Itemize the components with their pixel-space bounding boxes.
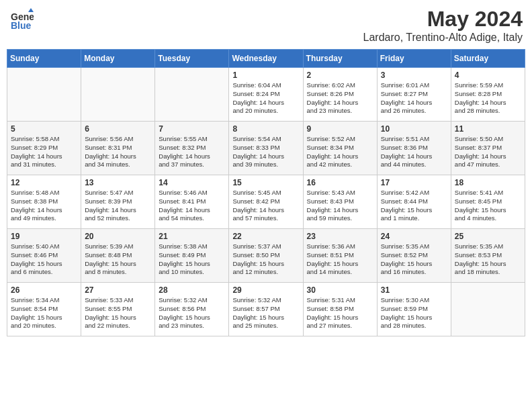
calendar-cell: 10Sunrise: 5:51 AM Sunset: 8:36 PM Dayli…	[377, 122, 451, 175]
calendar-cell: 6Sunrise: 5:56 AM Sunset: 8:31 PM Daylig…	[81, 122, 155, 175]
cell-content: Sunrise: 6:01 AM Sunset: 8:27 PM Dayligh…	[381, 81, 447, 116]
calendar-week-row: 12Sunrise: 5:48 AM Sunset: 8:38 PM Dayli…	[7, 175, 525, 229]
day-number: 8	[232, 124, 299, 134]
cell-content: Sunrise: 5:31 AM Sunset: 8:58 PM Dayligh…	[307, 296, 373, 330]
day-number: 22	[232, 232, 299, 241]
logo: General Blue	[9, 7, 35, 31]
day-number: 3	[381, 71, 447, 80]
day-number: 20	[85, 232, 151, 241]
day-number: 24	[381, 232, 447, 241]
day-number: 6	[85, 124, 151, 134]
day-number: 10	[381, 124, 447, 134]
cell-content: Sunrise: 5:47 AM Sunset: 8:39 PM Dayligh…	[85, 189, 151, 223]
cell-content: Sunrise: 5:45 AM Sunset: 8:42 PM Dayligh…	[232, 189, 299, 223]
cell-content: Sunrise: 5:32 AM Sunset: 8:57 PM Dayligh…	[232, 296, 299, 330]
cell-content: Sunrise: 5:58 AM Sunset: 8:29 PM Dayligh…	[11, 135, 77, 169]
cell-content: Sunrise: 6:02 AM Sunset: 8:26 PM Dayligh…	[307, 81, 373, 116]
day-number: 21	[159, 232, 225, 241]
cell-content: Sunrise: 5:52 AM Sunset: 8:34 PM Dayligh…	[307, 135, 373, 169]
calendar-cell: 8Sunrise: 5:54 AM Sunset: 8:33 PM Daylig…	[229, 122, 303, 175]
cell-content: Sunrise: 5:30 AM Sunset: 8:59 PM Dayligh…	[381, 296, 447, 330]
calendar-cell: 24Sunrise: 5:35 AM Sunset: 8:52 PM Dayli…	[377, 229, 451, 283]
day-number: 25	[455, 232, 521, 241]
title-block: May 2024 Lardaro, Trentino-Alto Adige, I…	[363, 7, 523, 44]
day-number: 29	[232, 285, 299, 295]
cell-content: Sunrise: 5:41 AM Sunset: 8:45 PM Dayligh…	[455, 189, 521, 223]
calendar-cell: 25Sunrise: 5:35 AM Sunset: 8:53 PM Dayli…	[451, 229, 525, 283]
day-number: 2	[307, 71, 373, 80]
page-header: General Blue May 2024 Lardaro, Trentino-…	[7, 7, 525, 44]
day-number: 15	[232, 178, 299, 187]
calendar-week-row: 5Sunrise: 5:58 AM Sunset: 8:29 PM Daylig…	[7, 122, 525, 175]
cell-content: Sunrise: 5:32 AM Sunset: 8:56 PM Dayligh…	[159, 296, 225, 330]
day-number: 12	[11, 178, 77, 187]
weekday-header: Monday	[81, 50, 155, 68]
day-number: 16	[307, 178, 373, 187]
cell-content: Sunrise: 5:40 AM Sunset: 8:46 PM Dayligh…	[11, 242, 77, 277]
calendar-cell: 2Sunrise: 6:02 AM Sunset: 8:26 PM Daylig…	[303, 68, 377, 122]
cell-content: Sunrise: 5:35 AM Sunset: 8:52 PM Dayligh…	[381, 242, 447, 277]
calendar-cell: 29Sunrise: 5:32 AM Sunset: 8:57 PM Dayli…	[229, 283, 303, 336]
day-number: 28	[159, 285, 225, 295]
calendar-cell	[451, 283, 525, 336]
weekday-header: Friday	[377, 50, 451, 68]
weekday-header: Tuesday	[155, 50, 229, 68]
svg-text:Blue: Blue	[11, 20, 32, 31]
calendar-cell: 1Sunrise: 6:04 AM Sunset: 8:24 PM Daylig…	[229, 68, 303, 122]
calendar-cell: 11Sunrise: 5:50 AM Sunset: 8:37 PM Dayli…	[451, 122, 525, 175]
cell-content: Sunrise: 5:46 AM Sunset: 8:41 PM Dayligh…	[159, 189, 225, 223]
day-number: 4	[455, 71, 521, 80]
weekday-header: Sunday	[7, 50, 81, 68]
calendar-cell	[81, 68, 155, 122]
calendar-cell: 27Sunrise: 5:33 AM Sunset: 8:55 PM Dayli…	[81, 283, 155, 336]
calendar-week-row: 19Sunrise: 5:40 AM Sunset: 8:46 PM Dayli…	[7, 229, 525, 283]
day-number: 17	[381, 178, 447, 187]
day-number: 19	[11, 232, 77, 241]
calendar-cell: 16Sunrise: 5:43 AM Sunset: 8:43 PM Dayli…	[303, 175, 377, 229]
calendar-cell: 19Sunrise: 5:40 AM Sunset: 8:46 PM Dayli…	[7, 229, 81, 283]
location-title: Lardaro, Trentino-Alto Adige, Italy	[363, 32, 523, 44]
calendar-week-row: 26Sunrise: 5:34 AM Sunset: 8:54 PM Dayli…	[7, 283, 525, 336]
day-number: 11	[455, 124, 521, 134]
calendar-cell: 17Sunrise: 5:42 AM Sunset: 8:44 PM Dayli…	[377, 175, 451, 229]
day-number: 27	[85, 285, 151, 295]
day-number: 14	[159, 178, 225, 187]
calendar-cell: 28Sunrise: 5:32 AM Sunset: 8:56 PM Dayli…	[155, 283, 229, 336]
cell-content: Sunrise: 5:33 AM Sunset: 8:55 PM Dayligh…	[85, 296, 151, 330]
day-number: 30	[307, 285, 373, 295]
calendar-cell: 14Sunrise: 5:46 AM Sunset: 8:41 PM Dayli…	[155, 175, 229, 229]
cell-content: Sunrise: 5:55 AM Sunset: 8:32 PM Dayligh…	[159, 135, 225, 169]
calendar-cell: 20Sunrise: 5:39 AM Sunset: 8:48 PM Dayli…	[81, 229, 155, 283]
weekday-header: Saturday	[451, 50, 525, 68]
cell-content: Sunrise: 5:36 AM Sunset: 8:51 PM Dayligh…	[307, 242, 373, 277]
calendar-cell: 5Sunrise: 5:58 AM Sunset: 8:29 PM Daylig…	[7, 122, 81, 175]
weekday-header: Thursday	[303, 50, 377, 68]
day-number: 9	[307, 124, 373, 134]
cell-content: Sunrise: 6:04 AM Sunset: 8:24 PM Dayligh…	[232, 81, 299, 116]
calendar-cell: 21Sunrise: 5:38 AM Sunset: 8:49 PM Dayli…	[155, 229, 229, 283]
calendar-cell: 26Sunrise: 5:34 AM Sunset: 8:54 PM Dayli…	[7, 283, 81, 336]
calendar-cell: 15Sunrise: 5:45 AM Sunset: 8:42 PM Dayli…	[229, 175, 303, 229]
cell-content: Sunrise: 5:43 AM Sunset: 8:43 PM Dayligh…	[307, 189, 373, 223]
calendar-week-row: 1Sunrise: 6:04 AM Sunset: 8:24 PM Daylig…	[7, 68, 525, 122]
cell-content: Sunrise: 5:59 AM Sunset: 8:28 PM Dayligh…	[455, 81, 521, 116]
calendar-cell: 9Sunrise: 5:52 AM Sunset: 8:34 PM Daylig…	[303, 122, 377, 175]
calendar-cell: 4Sunrise: 5:59 AM Sunset: 8:28 PM Daylig…	[451, 68, 525, 122]
calendar-cell: 7Sunrise: 5:55 AM Sunset: 8:32 PM Daylig…	[155, 122, 229, 175]
cell-content: Sunrise: 5:34 AM Sunset: 8:54 PM Dayligh…	[11, 296, 77, 330]
calendar-cell: 13Sunrise: 5:47 AM Sunset: 8:39 PM Dayli…	[81, 175, 155, 229]
cell-content: Sunrise: 5:50 AM Sunset: 8:37 PM Dayligh…	[455, 135, 521, 169]
calendar-cell: 31Sunrise: 5:30 AM Sunset: 8:59 PM Dayli…	[377, 283, 451, 336]
calendar-cell	[155, 68, 229, 122]
day-number: 23	[307, 232, 373, 241]
cell-content: Sunrise: 5:51 AM Sunset: 8:36 PM Dayligh…	[381, 135, 447, 169]
day-number: 7	[159, 124, 225, 134]
calendar-cell: 22Sunrise: 5:37 AM Sunset: 8:50 PM Dayli…	[229, 229, 303, 283]
calendar-cell	[7, 68, 81, 122]
cell-content: Sunrise: 5:39 AM Sunset: 8:48 PM Dayligh…	[85, 242, 151, 277]
calendar-cell: 3Sunrise: 6:01 AM Sunset: 8:27 PM Daylig…	[377, 68, 451, 122]
cell-content: Sunrise: 5:42 AM Sunset: 8:44 PM Dayligh…	[381, 189, 447, 223]
weekday-header: Wednesday	[229, 50, 303, 68]
day-number: 13	[85, 178, 151, 187]
day-number: 5	[11, 124, 77, 134]
